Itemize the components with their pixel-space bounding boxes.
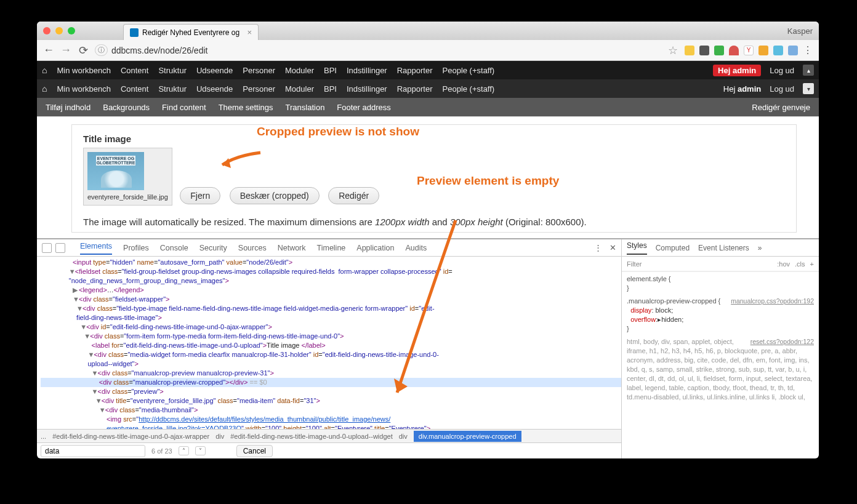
extension-icon[interactable] xyxy=(788,46,798,55)
chrome-menu-icon[interactable]: ⋮ xyxy=(803,44,813,56)
chrome-profile[interactable]: Kasper xyxy=(787,26,813,36)
nav-workbench[interactable]: Min workbench xyxy=(57,66,110,75)
extension-icon[interactable] xyxy=(714,46,724,55)
css-source-link[interactable]: reset.css?opdodn:122 xyxy=(750,337,814,346)
forward-icon: → xyxy=(60,44,71,57)
inspect-icon[interactable] xyxy=(42,243,52,253)
page-content: Title image EVENTYRERE OG GLOBETROTTERE … xyxy=(37,116,819,238)
devtools-tabs: Elements Profiles Console Security Sourc… xyxy=(37,239,621,257)
nav-staff[interactable]: People (+staff) xyxy=(443,66,495,75)
toolbar-toggle-icon[interactable]: ▴ xyxy=(803,65,814,76)
annotation-arrow-icon xyxy=(217,150,267,174)
edit-button[interactable]: Redigér xyxy=(328,187,379,204)
nav-appearance[interactable]: Udseende xyxy=(196,84,233,94)
extension-icon[interactable] xyxy=(685,46,694,55)
home-icon[interactable]: ⌂ xyxy=(42,84,47,94)
tab-audits[interactable]: Audits xyxy=(405,244,427,252)
nav-content[interactable]: Content xyxy=(121,84,149,94)
shortcut-find-content[interactable]: Find content xyxy=(162,103,206,112)
side-tab-listeners[interactable]: Event Listeners xyxy=(698,244,749,252)
styles-filter[interactable]: Filter xyxy=(627,260,642,268)
tab-application[interactable]: Application xyxy=(356,244,394,252)
nav-bpi[interactable]: BPI xyxy=(324,66,337,75)
tab-title: Redigér Nyhed Eventyrere og xyxy=(142,28,239,37)
side-tab-styles[interactable]: Styles xyxy=(627,241,647,255)
window-minimize[interactable] xyxy=(55,27,63,34)
reload-icon[interactable]: ⟳ xyxy=(78,44,89,57)
dom-breadcrumbs[interactable]: ... #edit-field-ding-news-title-image-un… xyxy=(37,429,621,442)
new-rule-icon[interactable]: + xyxy=(810,260,814,268)
shortcut-theme[interactable]: Theme settings xyxy=(219,103,273,112)
devtools-menu-icon[interactable]: ⋮ xyxy=(594,243,602,252)
shortcut-translation[interactable]: Translation xyxy=(286,103,325,112)
shortcut-add-content[interactable]: Tilføj indhold xyxy=(46,103,91,112)
crumb-selected[interactable]: div.manualcrop-preview-cropped xyxy=(414,431,521,442)
window-maximize[interactable] xyxy=(68,27,75,34)
find-prev-icon[interactable]: ˄ xyxy=(179,446,189,455)
title-image-label: Title image xyxy=(83,134,785,144)
nav-bpi[interactable]: BPI xyxy=(324,84,337,94)
tab-security[interactable]: Security xyxy=(199,244,227,252)
url-field[interactable]: ⓘ ddbcms.dev/node/26/edit xyxy=(95,44,661,56)
nav-config[interactable]: Indstillinger xyxy=(347,66,387,75)
crop-button[interactable]: Beskær (cropped) xyxy=(230,187,320,204)
nav-appearance[interactable]: Udseende xyxy=(196,66,233,75)
devtools-close-icon[interactable]: ✕ xyxy=(610,243,616,252)
css-source-link[interactable]: manualcrop.css?opdodn:192 xyxy=(731,297,814,306)
nav-modules[interactable]: Moduler xyxy=(285,84,314,94)
image-filename: eventyrere_forside_lille.jpg xyxy=(87,193,168,201)
nav-people[interactable]: Personer xyxy=(243,84,275,94)
tab-console[interactable]: Console xyxy=(160,244,188,252)
tab-network[interactable]: Network xyxy=(278,244,306,252)
extension-icon[interactable] xyxy=(758,46,768,55)
ublock-icon[interactable] xyxy=(729,46,739,55)
nav-reports[interactable]: Rapporter xyxy=(397,84,433,94)
tab-close-icon[interactable]: × xyxy=(247,28,252,37)
tab-timeline[interactable]: Timeline xyxy=(317,244,346,252)
logout-link[interactable]: Log ud xyxy=(770,66,794,75)
back-icon[interactable]: ← xyxy=(43,44,54,57)
nav-workbench[interactable]: Min workbench xyxy=(57,84,110,94)
hello-text: Hej admin xyxy=(723,84,761,94)
shortcut-footer[interactable]: Footer address xyxy=(337,103,390,112)
nav-people[interactable]: Personer xyxy=(243,66,275,75)
devtools-panel: Elements Profiles Console Security Sourc… xyxy=(37,238,819,458)
nav-modules[interactable]: Moduler xyxy=(285,66,314,75)
find-count: 6 of 23 xyxy=(151,447,172,455)
nav-reports[interactable]: Rapporter xyxy=(397,66,433,75)
bookmark-star-icon[interactable]: ☆ xyxy=(667,44,678,57)
edit-shortcuts[interactable]: Redigér genveje xyxy=(752,103,810,112)
find-input[interactable] xyxy=(41,445,145,457)
image-thumbnail: EVENTYRERE OG GLOBETROTTERE xyxy=(87,152,144,190)
side-tab-more-icon[interactable]: » xyxy=(758,244,762,252)
tab-elements[interactable]: Elements xyxy=(80,242,112,255)
dom-tree[interactable]: <input type="hidden" name="autosave_form… xyxy=(37,257,621,429)
window-close[interactable] xyxy=(43,27,50,34)
logout-link[interactable]: Log ud xyxy=(770,84,794,94)
remove-button[interactable]: Fjern xyxy=(180,187,220,204)
find-next-icon[interactable]: ˅ xyxy=(195,446,206,455)
nav-config[interactable]: Indstillinger xyxy=(347,84,387,94)
inherited-selectors[interactable]: html, body, div, span, applet, object, i… xyxy=(627,337,814,402)
nav-staff[interactable]: People (+staff) xyxy=(443,84,495,94)
extension-icon[interactable] xyxy=(773,46,783,55)
toolbar-toggle-icon[interactable]: ▾ xyxy=(803,83,814,94)
tab-profiles[interactable]: Profiles xyxy=(123,244,149,252)
site-info-icon[interactable]: ⓘ xyxy=(95,44,108,56)
nav-structure[interactable]: Struktur xyxy=(158,66,187,75)
hello-badge: Hej admin xyxy=(713,65,761,76)
yandex-icon[interactable]: Y xyxy=(744,46,754,55)
nav-content[interactable]: Content xyxy=(121,66,149,75)
hov-toggle[interactable]: :hov xyxy=(777,260,790,268)
nav-structure[interactable]: Struktur xyxy=(158,84,187,94)
side-tab-computed[interactable]: Computed xyxy=(656,244,690,252)
home-icon[interactable]: ⌂ xyxy=(42,65,47,75)
tab-sources[interactable]: Sources xyxy=(238,244,267,252)
browser-tab[interactable]: Redigér Nyhed Eventyrere og × xyxy=(123,24,259,40)
annotation-2: Preview element is empty xyxy=(417,174,559,188)
extension-icon[interactable] xyxy=(699,46,709,55)
shortcut-backgrounds[interactable]: Backgrounds xyxy=(103,103,150,112)
find-cancel-button[interactable]: Cancel xyxy=(236,445,273,457)
device-icon[interactable] xyxy=(55,243,65,253)
cls-toggle[interactable]: .cls xyxy=(795,260,805,268)
